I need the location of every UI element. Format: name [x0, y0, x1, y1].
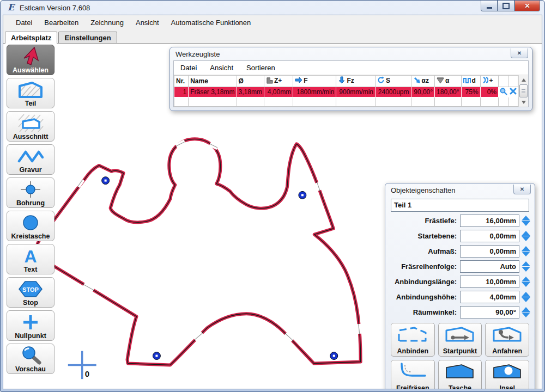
- tool-delete-button[interactable]: [508, 87, 518, 97]
- tool-list-menu-datei[interactable]: Datei: [174, 64, 203, 72]
- spin-up-icon[interactable]: [522, 277, 530, 281]
- sidebar-item-bohrung[interactable]: Bohrung: [7, 177, 55, 208]
- object-properties-close-button[interactable]: ✕: [513, 185, 531, 194]
- cell-trochoidal[interactable]: 0%: [480, 87, 498, 97]
- cell-feed[interactable]: 1800mm/min: [293, 87, 336, 97]
- spin-down-icon[interactable]: [522, 252, 530, 256]
- spin-down-icon[interactable]: [522, 221, 530, 226]
- cell-plunge-feed[interactable]: 900mm/min: [336, 87, 376, 97]
- menu-zeichnung[interactable]: Zeichnung: [84, 16, 130, 29]
- menu-bearbeiten[interactable]: Bearbeiten: [38, 16, 84, 29]
- menu-datei[interactable]: Datei: [10, 16, 38, 29]
- spin-up-icon[interactable]: [522, 307, 530, 312]
- tab-einstellungen[interactable]: Einstellungen: [58, 32, 117, 43]
- sidebar-item-gravur[interactable]: Gravur: [7, 144, 55, 175]
- scrollbar-thumb[interactable]: [519, 84, 528, 97]
- delete-x-icon: [510, 88, 517, 95]
- spin-down-icon[interactable]: [522, 282, 530, 287]
- spinner-control[interactable]: [521, 230, 530, 242]
- spin-down-icon[interactable]: [522, 297, 530, 302]
- cell-name[interactable]: Fräser 3,18mm: [189, 87, 237, 97]
- toolpath-outline[interactable]: [37, 139, 361, 365]
- col-spindle-speed[interactable]: S: [375, 76, 411, 87]
- spinner-control[interactable]: [521, 215, 530, 227]
- minimize-button[interactable]: [481, 1, 498, 11]
- spin-down-icon[interactable]: [522, 236, 530, 241]
- fraestiefe-field[interactable]: 16,00mm: [460, 215, 519, 227]
- spinner-control[interactable]: [521, 246, 530, 258]
- sidebar-item-kreistasche[interactable]: Kreistasche: [7, 211, 55, 241]
- sidebar-item-nullpunkt[interactable]: Nullpunkt: [7, 310, 55, 341]
- window-title: Estlcam Version 7,608: [20, 4, 90, 12]
- sidebar-item-teil[interactable]: Teil: [7, 78, 55, 108]
- col-nr[interactable]: Nr.: [174, 76, 189, 87]
- tool-list-menu-sortieren[interactable]: Sortieren: [240, 64, 282, 72]
- tool-list-close-button[interactable]: ✕: [511, 48, 528, 58]
- magnifier-icon: [500, 88, 507, 95]
- col-trochoidal[interactable]: +: [480, 76, 498, 87]
- col-feed[interactable]: F: [293, 76, 336, 87]
- col-name[interactable]: Name: [189, 76, 237, 87]
- spin-up-icon[interactable]: [522, 246, 530, 251]
- tool-row-empty[interactable]: [174, 97, 518, 107]
- cell-diameter[interactable]: 3,18mm: [237, 87, 264, 97]
- col-ramp-angle[interactable]: αz: [411, 76, 435, 87]
- part-toolpath[interactable]: 0: [37, 139, 361, 379]
- cell-spindle-speed[interactable]: 24000upm: [375, 87, 411, 97]
- property-label: Räumwinkel:: [413, 308, 457, 316]
- sidebar-item-auswaehlen[interactable]: Auswählen: [7, 45, 55, 75]
- cell-tool-angle[interactable]: 180,00°: [435, 87, 462, 97]
- menu-ansicht[interactable]: Ansicht: [130, 16, 165, 29]
- spinner-control[interactable]: [521, 261, 530, 273]
- col-z-step[interactable]: Z+: [264, 76, 293, 87]
- spinner-control[interactable]: [521, 276, 530, 288]
- startpunkt-button[interactable]: Startpunkt: [438, 323, 482, 357]
- spin-up-icon[interactable]: [522, 231, 530, 236]
- spin-down-icon[interactable]: [522, 267, 530, 272]
- tool-list-menu-ansicht[interactable]: Ansicht: [203, 64, 240, 72]
- anfahren-button[interactable]: Anfahren: [485, 323, 529, 357]
- object-name-field[interactable]: Teil 1: [391, 199, 529, 212]
- menu-automatische-funktionen[interactable]: Automatische Funktionen: [165, 16, 257, 29]
- sidebar-item-vorschau[interactable]: Vorschau: [7, 344, 55, 374]
- object-properties-panel: Objekteigenschaften ✕ Teil 1 Frästiefe: …: [385, 183, 535, 389]
- spin-up-icon[interactable]: [522, 216, 530, 220]
- cell-z-step[interactable]: 4,00mm: [264, 87, 293, 97]
- spin-up-icon[interactable]: [522, 292, 530, 297]
- point-markers[interactable]: [102, 177, 338, 360]
- sidebar-item-text[interactable]: A Text: [7, 244, 55, 274]
- freifraesen-button[interactable]: Freifräsen: [391, 360, 435, 389]
- spinner-control[interactable]: [521, 291, 530, 303]
- tab-arbeitsplatz[interactable]: Arbeitsplatz: [5, 32, 57, 44]
- cell-nr[interactable]: 1: [174, 87, 189, 97]
- col-stepover[interactable]: d: [461, 76, 480, 87]
- col-diameter[interactable]: Ø: [237, 76, 264, 87]
- tasche-button[interactable]: Tasche: [438, 360, 482, 389]
- col-plunge-feed[interactable]: Fz: [336, 76, 376, 87]
- startebene-field[interactable]: 0,00mm: [460, 230, 519, 242]
- fraesreihenfolge-field[interactable]: Auto: [460, 260, 519, 273]
- aufmass-field[interactable]: 0,00mm: [460, 245, 519, 258]
- sidebar-item-stop[interactable]: STOP Stop: [7, 277, 55, 308]
- spinner-control[interactable]: [521, 307, 530, 318]
- cell-ramp-angle[interactable]: 90,00°: [411, 87, 435, 97]
- insel-button[interactable]: Insel: [485, 360, 529, 389]
- raeumwinkel-field[interactable]: 90,00°: [460, 306, 519, 318]
- spin-down-icon[interactable]: [522, 313, 530, 317]
- anbindungshoehe-field[interactable]: 4,00mm: [460, 291, 519, 303]
- anbindungslaenge-field[interactable]: 10,00mm: [460, 275, 519, 288]
- close-button[interactable]: ✕: [514, 1, 540, 11]
- cell-stepover[interactable]: 75%: [461, 87, 480, 97]
- tool-search-button[interactable]: [498, 87, 508, 97]
- col-tool-angle[interactable]: α: [435, 76, 462, 87]
- tasche-icon: [444, 363, 476, 380]
- maximize-button[interactable]: [498, 1, 514, 11]
- spin-up-icon[interactable]: [522, 261, 530, 266]
- scroll-down-button[interactable]: [519, 98, 528, 106]
- zero-point-crosshair[interactable]: [68, 351, 96, 379]
- tool-row-selected[interactable]: 1 Fräser 3,18mm 3,18mm 4,00mm 1800mm/min…: [174, 87, 518, 97]
- tool-table-scrollbar[interactable]: [518, 75, 528, 107]
- scroll-up-button[interactable]: [519, 76, 528, 84]
- sidebar-item-ausschnitt[interactable]: Ausschnitt: [7, 111, 55, 142]
- anbinden-button[interactable]: Anbinden: [391, 323, 435, 357]
